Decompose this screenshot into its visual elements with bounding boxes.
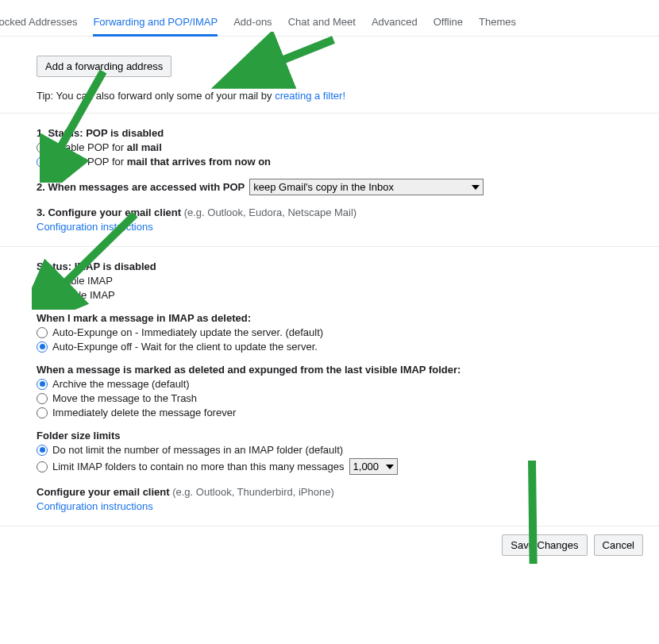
no-limit-label: Do not limit the number of messages in a… [52,444,343,456]
radio-disable-imap[interactable] [37,290,48,301]
tab-blocked-addresses[interactable]: d Blocked Addresses [0,10,77,36]
radio-pop-from-now-on[interactable] [37,156,48,168]
pop-section: 1. Status: POP is disabled Enable POP fo… [0,113,659,246]
radio-move-to-trash[interactable] [37,393,48,404]
imap-section: Status: IMAP is disabled Enable IMAP Dis… [0,246,659,526]
radio-archive-message[interactable] [37,379,48,390]
disable-imap-label: Disable IMAP [52,289,115,301]
add-forwarding-address-button[interactable]: Add a forwarding address [37,56,171,77]
imap-expunged-label: When a message is marked as deleted and … [37,364,461,376]
delete-forever-label: Immediately delete the message forever [52,407,236,418]
footer-buttons: Save Changes Cancel [0,526,659,564]
radio-no-limit[interactable] [37,445,48,456]
radio-limit-folders[interactable] [37,461,48,472]
create-filter-link[interactable]: creating a filter! [275,90,345,102]
imap-status-label: Status: IMAP is disabled [37,260,156,272]
settings-tabs: d Blocked Addresses Forwarding and POP/I… [0,0,659,37]
archive-message-label: Archive the message (default) [52,378,190,390]
imap-deleted-label: When I mark a message in IMAP as deleted… [37,312,251,324]
tab-advanced[interactable]: Advanced [372,10,418,36]
forwarding-tip: Tip: You can also forward only some of y… [37,90,659,102]
radio-pop-all-mail[interactable] [37,142,48,153]
limit-folders-label: Limit IMAP folders to contain no more th… [52,461,345,472]
tab-themes[interactable]: Themes [479,10,516,36]
enable-imap-label: Enable IMAP [52,275,113,287]
imap-configuration-instructions-link[interactable]: Configuration instructions [37,500,153,512]
tab-addons[interactable]: Add-ons [233,10,272,36]
radio-auto-expunge-on[interactable] [37,327,48,338]
pop-configure-label: 3. Configure your email client (e.g. Out… [37,206,356,218]
radio-auto-expunge-off[interactable] [37,341,48,353]
cancel-button[interactable]: Cancel [594,534,643,556]
imap-configure-label: Configure your email client (e.g. Outloo… [37,486,334,498]
move-to-trash-label: Move the message to the Trash [52,392,197,404]
folder-size-limits-label: Folder size limits [37,430,120,442]
pop-configuration-instructions-link[interactable]: Configuration instructions [37,221,153,233]
radio-delete-forever[interactable] [37,407,48,418]
pop-access-label: 2. When messages are accessed with POP [37,181,245,193]
radio-enable-imap[interactable] [37,276,48,287]
pop-all-mail-label: Enable POP for all mail [52,141,162,153]
pop-access-select[interactable]: keep Gmail's copy in the Inbox [249,179,484,195]
auto-expunge-on-label: Auto-Expunge on - Immediately update the… [52,326,323,338]
pop-from-now-on-label: Enable POP for mail that arrives from no… [52,156,271,168]
auto-expunge-off-label: Auto-Expunge off - Wait for the client t… [52,341,318,353]
forwarding-section: Add a forwarding address Tip: You can al… [0,46,659,113]
tab-forwarding-pop-imap[interactable]: Forwarding and POP/IMAP [93,10,218,37]
tab-offline[interactable]: Offline [434,10,463,36]
tab-chat-meet[interactable]: Chat and Meet [288,10,356,36]
pop-status-label: 1. Status: POP is disabled [37,127,164,139]
save-changes-button[interactable]: Save Changes [502,534,587,556]
folder-limit-select[interactable]: 1,000 [349,458,398,475]
forwarding-tip-text: Tip: You can also forward only some of y… [37,90,275,102]
